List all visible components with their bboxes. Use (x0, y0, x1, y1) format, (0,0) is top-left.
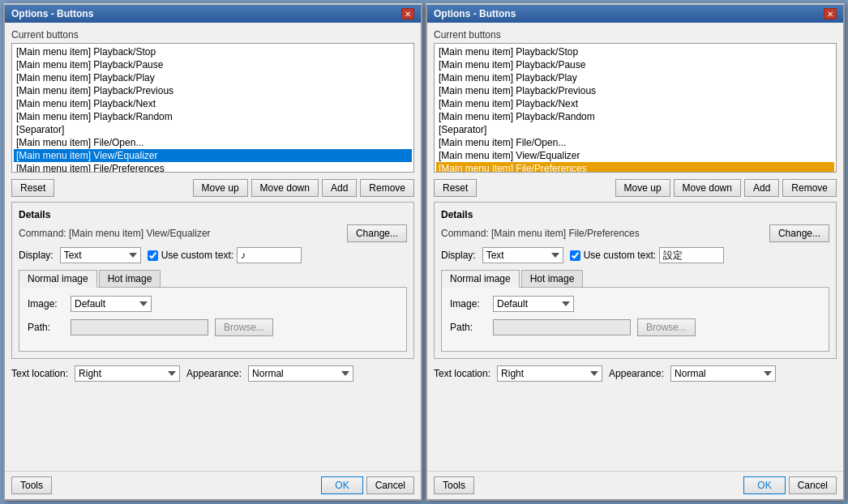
image-select-right[interactable]: Default (493, 296, 574, 312)
path-row-right: Path: Browse... (450, 318, 820, 336)
dialog-right: Options - Buttons ✕ Current buttons [Mai… (426, 3, 845, 501)
tools-button-left[interactable]: Tools (11, 476, 52, 494)
move-up-button-left[interactable]: Move up (193, 179, 248, 197)
list-item[interactable]: [Separator] (436, 123, 834, 136)
list-item[interactable]: [Main menu item] Playback/Random (14, 110, 412, 123)
image-label-right: Image: (450, 298, 486, 310)
add-button-left[interactable]: Add (322, 179, 357, 197)
details-label-right: Details (441, 209, 829, 220)
text-location-select-right[interactable]: Right (497, 365, 602, 382)
remove-button-left[interactable]: Remove (360, 179, 414, 197)
action-buttons-left: Reset Move up Move down Add Remove (11, 179, 414, 197)
command-text-left: Command: [Main menu item] View/Equalizer (19, 228, 347, 239)
command-row-left: Command: [Main menu item] View/Equalizer… (19, 224, 407, 242)
close-button-right[interactable]: ✕ (824, 8, 837, 19)
close-button-left[interactable]: ✕ (401, 8, 414, 19)
text-location-label-left: Text location: (11, 368, 68, 379)
path-label-left: Path: (28, 322, 64, 333)
command-prefix-right: Command: (441, 228, 489, 239)
reset-button-right[interactable]: Reset (434, 179, 477, 197)
title-right: Options - Buttons (434, 8, 516, 19)
dialog-body-right: Current buttons [Main menu item] Playbac… (427, 23, 843, 471)
normal-image-tab-left[interactable]: Normal image (19, 270, 97, 288)
cancel-button-left[interactable]: Cancel (366, 476, 414, 494)
display-row-left: Display: Text Use custom text: (19, 247, 407, 263)
text-location-select-left[interactable]: Right (75, 365, 180, 382)
list-item[interactable]: [Main menu item] Playback/Stop (14, 45, 412, 58)
hot-image-tab-right[interactable]: Hot image (521, 270, 584, 287)
appearance-label-left: Appearance: (186, 368, 242, 379)
list-item[interactable]: [Main menu item] Playback/Previous (436, 84, 834, 97)
appearance-select-right[interactable]: Normal (670, 365, 776, 382)
list-item[interactable]: [Main menu item] Playback/Play (436, 71, 834, 84)
listbox-right[interactable]: [Main menu item] Playback/Stop [Main men… (434, 43, 837, 173)
custom-text-input-left[interactable] (237, 247, 302, 263)
path-input-right[interactable] (493, 319, 631, 335)
move-down-button-right[interactable]: Move down (674, 179, 741, 197)
custom-text-row-right: Use custom text: (570, 247, 724, 263)
tools-button-right[interactable]: Tools (434, 476, 474, 494)
image-tabs-right: Normal image Hot image (441, 270, 829, 288)
list-item-selected[interactable]: [Main menu item] View/Equalizer (14, 149, 412, 162)
image-row-right: Image: Default (450, 296, 820, 312)
custom-text-label-right: Use custom text: (584, 250, 656, 261)
cancel-button-right[interactable]: Cancel (789, 476, 837, 494)
dialog-body-left: Current buttons [Main menu item] Playbac… (5, 23, 421, 471)
footer-right: Tools OK Cancel (427, 471, 843, 499)
list-item-selected[interactable]: [Main menu item] File/Preferences (436, 162, 834, 173)
normal-image-tab-right[interactable]: Normal image (441, 270, 520, 288)
text-location-label-right: Text location: (434, 368, 490, 379)
path-label-right: Path: (450, 322, 486, 333)
action-buttons-right: Reset Move up Move down Add Remove (434, 179, 837, 197)
title-left: Options - Buttons (11, 8, 93, 19)
browse-button-right[interactable]: Browse... (637, 318, 696, 336)
list-item[interactable]: [Main menu item] Playback/Pause (436, 58, 834, 71)
list-item[interactable]: [Main menu item] File/Open... (14, 136, 412, 149)
list-item[interactable]: [Main menu item] Playback/Stop (436, 45, 834, 58)
display-label-right: Display: (441, 250, 476, 261)
appearance-select-left[interactable]: Normal (248, 365, 353, 382)
image-select-left[interactable]: Default (71, 296, 152, 312)
details-section-right: Details Command: [Main menu item] File/P… (434, 202, 837, 359)
command-prefix-left: Command: (19, 228, 66, 239)
browse-button-left[interactable]: Browse... (215, 318, 273, 336)
custom-text-checkbox-right[interactable] (570, 250, 580, 261)
display-select-right[interactable]: Text (482, 247, 563, 263)
add-button-right[interactable]: Add (744, 179, 779, 197)
list-item[interactable]: [Main menu item] Playback/Next (14, 97, 412, 110)
footer-right-left: OK Cancel (321, 476, 414, 494)
display-select-left[interactable]: Text (60, 247, 141, 263)
list-item[interactable]: [Main menu item] File/Open... (436, 136, 834, 149)
list-item[interactable]: [Main menu item] Playback/Play (14, 71, 412, 84)
change-button-left[interactable]: Change... (347, 224, 407, 242)
move-down-button-left[interactable]: Move down (251, 179, 319, 197)
tab-content-left: Image: Default Path: Browse... (19, 288, 407, 352)
list-item[interactable]: [Main menu item] Playback/Next (436, 97, 834, 110)
list-item[interactable]: [Separator] (14, 123, 412, 136)
list-item[interactable]: [Main menu item] Playback/Pause (14, 58, 412, 71)
details-label-left: Details (19, 209, 407, 220)
change-button-right[interactable]: Change... (769, 224, 829, 242)
image-row-left: Image: Default (28, 296, 398, 312)
move-up-button-right[interactable]: Move up (615, 179, 670, 197)
ok-button-left[interactable]: OK (321, 476, 362, 494)
list-item[interactable]: [Main menu item] Playback/Previous (14, 84, 412, 97)
current-buttons-section-right: Current buttons [Main menu item] Playbac… (434, 29, 837, 173)
reset-button-left[interactable]: Reset (11, 179, 54, 197)
current-buttons-section-left: Current buttons [Main menu item] Playbac… (11, 29, 414, 173)
ok-button-right[interactable]: OK (743, 476, 785, 494)
custom-text-input-right[interactable] (659, 247, 724, 263)
list-item[interactable]: [Main menu item] File/Preferences (14, 162, 412, 173)
command-text-right: Command: [Main menu item] File/Preferenc… (441, 228, 769, 239)
list-item[interactable]: [Main menu item] Playback/Random (436, 110, 834, 123)
list-item[interactable]: [Main menu item] View/Equalizer (436, 149, 834, 162)
command-value-right: [Main menu item] File/Preferences (491, 228, 640, 239)
path-input-left[interactable] (71, 319, 208, 335)
command-value-left: [Main menu item] View/Equalizer (69, 228, 211, 239)
hot-image-tab-left[interactable]: Hot image (99, 270, 161, 287)
appearance-label-right: Appearance: (609, 368, 664, 379)
custom-text-checkbox-left[interactable] (148, 250, 158, 261)
listbox-left[interactable]: [Main menu item] Playback/Stop [Main men… (11, 43, 414, 173)
remove-button-right[interactable]: Remove (782, 179, 837, 197)
command-row-right: Command: [Main menu item] File/Preferenc… (441, 224, 829, 242)
